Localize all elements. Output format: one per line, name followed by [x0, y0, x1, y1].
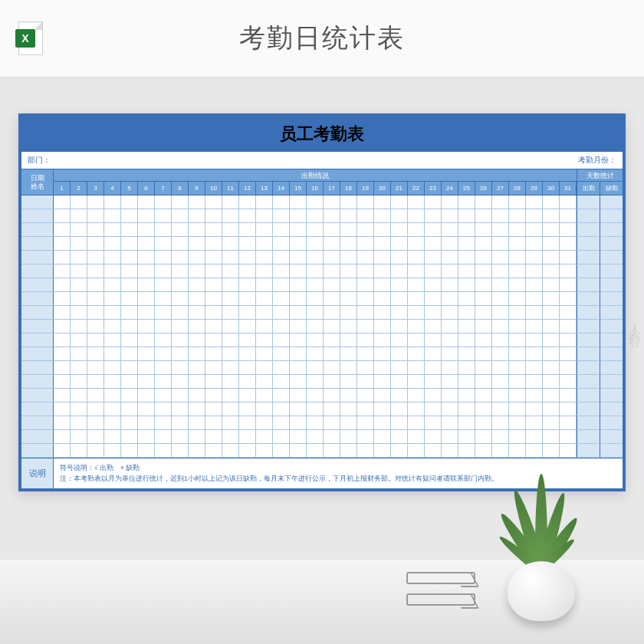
attendance-cell[interactable]: [357, 361, 374, 375]
attendance-cell[interactable]: [560, 237, 577, 251]
attendance-cell[interactable]: [374, 347, 391, 361]
attendance-cell[interactable]: [458, 264, 475, 278]
attendance-cell[interactable]: [138, 278, 155, 292]
attendance-cell[interactable]: [442, 209, 458, 223]
attendance-cell[interactable]: [172, 278, 189, 292]
attendance-cell[interactable]: [509, 361, 526, 375]
attendance-cell[interactable]: [155, 430, 172, 444]
attendance-cell[interactable]: [172, 292, 189, 306]
attendance-cell[interactable]: [425, 264, 442, 278]
attendance-cell[interactable]: [239, 264, 256, 278]
attendance-cell[interactable]: [307, 430, 324, 444]
attendance-cell[interactable]: [205, 361, 222, 375]
attendance-cell[interactable]: [256, 306, 273, 320]
attendance-cell[interactable]: [273, 251, 290, 264]
attendance-cell[interactable]: [526, 223, 543, 237]
attendance-cell[interactable]: [189, 196, 205, 209]
attendance-cell[interactable]: [121, 251, 138, 264]
attendance-cell[interactable]: [560, 334, 577, 347]
attendance-cell[interactable]: [509, 237, 526, 251]
attendance-cell[interactable]: [138, 375, 155, 389]
attendance-cell[interactable]: [391, 334, 408, 347]
attendance-cell[interactable]: [172, 334, 189, 347]
attendance-cell[interactable]: [458, 306, 475, 320]
attendance-cell[interactable]: [374, 292, 391, 306]
attendance-cell[interactable]: [374, 334, 391, 347]
attendance-cell[interactable]: [189, 306, 205, 320]
attendance-cell[interactable]: [222, 237, 239, 251]
attendance-cell[interactable]: [391, 416, 408, 430]
attendance-cell[interactable]: [205, 402, 222, 416]
attendance-cell[interactable]: [104, 292, 121, 306]
attendance-cell[interactable]: [340, 347, 357, 361]
attendance-cell[interactable]: [121, 444, 138, 458]
attendance-cell[interactable]: [189, 320, 205, 334]
attendance-cell[interactable]: [222, 347, 239, 361]
attendance-cell[interactable]: [104, 223, 121, 237]
attendance-cell[interactable]: [425, 361, 442, 375]
attendance-cell[interactable]: [54, 196, 71, 209]
attendance-cell[interactable]: [425, 375, 442, 389]
attendance-cell[interactable]: [374, 196, 391, 209]
attendance-cell[interactable]: [256, 402, 273, 416]
attendance-cell[interactable]: [121, 196, 138, 209]
name-cell[interactable]: [21, 347, 54, 361]
attendance-cell[interactable]: [374, 264, 391, 278]
attendance-cell[interactable]: [340, 430, 357, 444]
attendance-cell[interactable]: [205, 389, 222, 402]
name-cell[interactable]: [21, 292, 54, 306]
attendance-cell[interactable]: [256, 278, 273, 292]
attendance-cell[interactable]: [492, 306, 509, 320]
attendance-cell[interactable]: [172, 389, 189, 402]
attendance-cell[interactable]: [458, 292, 475, 306]
attendance-cell[interactable]: [71, 375, 87, 389]
attendance-cell[interactable]: [492, 361, 509, 375]
attendance-cell[interactable]: [357, 251, 374, 264]
attendance-cell[interactable]: [543, 361, 560, 375]
attendance-cell[interactable]: [408, 320, 425, 334]
attendance-cell[interactable]: [189, 251, 205, 264]
attendance-cell[interactable]: [104, 375, 121, 389]
attendance-cell[interactable]: [357, 416, 374, 430]
attendance-cell[interactable]: [273, 264, 290, 278]
attendance-cell[interactable]: [155, 278, 172, 292]
attendance-cell[interactable]: [121, 430, 138, 444]
attendance-cell[interactable]: [560, 444, 577, 458]
attendance-cell[interactable]: [273, 375, 290, 389]
attendance-cell[interactable]: [543, 264, 560, 278]
attendance-cell[interactable]: [155, 402, 172, 416]
attendance-cell[interactable]: [71, 347, 87, 361]
attendance-cell[interactable]: [138, 251, 155, 264]
attendance-cell[interactable]: [492, 320, 509, 334]
attendance-cell[interactable]: [104, 209, 121, 223]
attendance-cell[interactable]: [357, 264, 374, 278]
attendance-cell[interactable]: [138, 223, 155, 237]
attendance-cell[interactable]: [391, 306, 408, 320]
attendance-cell[interactable]: [307, 264, 324, 278]
attendance-cell[interactable]: [121, 334, 138, 347]
attendance-cell[interactable]: [273, 237, 290, 251]
name-cell[interactable]: [21, 196, 54, 209]
attendance-cell[interactable]: [408, 334, 425, 347]
attendance-cell[interactable]: [408, 209, 425, 223]
attendance-cell[interactable]: [273, 334, 290, 347]
attendance-cell[interactable]: [239, 251, 256, 264]
attendance-cell[interactable]: [138, 264, 155, 278]
attendance-cell[interactable]: [526, 347, 543, 361]
attendance-cell[interactable]: [54, 251, 71, 264]
attendance-cell[interactable]: [189, 375, 205, 389]
attendance-cell[interactable]: [425, 389, 442, 402]
attendance-cell[interactable]: [408, 237, 425, 251]
attendance-cell[interactable]: [205, 237, 222, 251]
attendance-cell[interactable]: [357, 320, 374, 334]
attendance-cell[interactable]: [307, 375, 324, 389]
attendance-cell[interactable]: [87, 430, 104, 444]
attendance-cell[interactable]: [374, 416, 391, 430]
attendance-cell[interactable]: [222, 223, 239, 237]
attendance-cell[interactable]: [222, 375, 239, 389]
attendance-cell[interactable]: [121, 361, 138, 375]
attendance-cell[interactable]: [155, 306, 172, 320]
attendance-cell[interactable]: [543, 223, 560, 237]
attendance-cell[interactable]: [273, 444, 290, 458]
attendance-cell[interactable]: [526, 375, 543, 389]
